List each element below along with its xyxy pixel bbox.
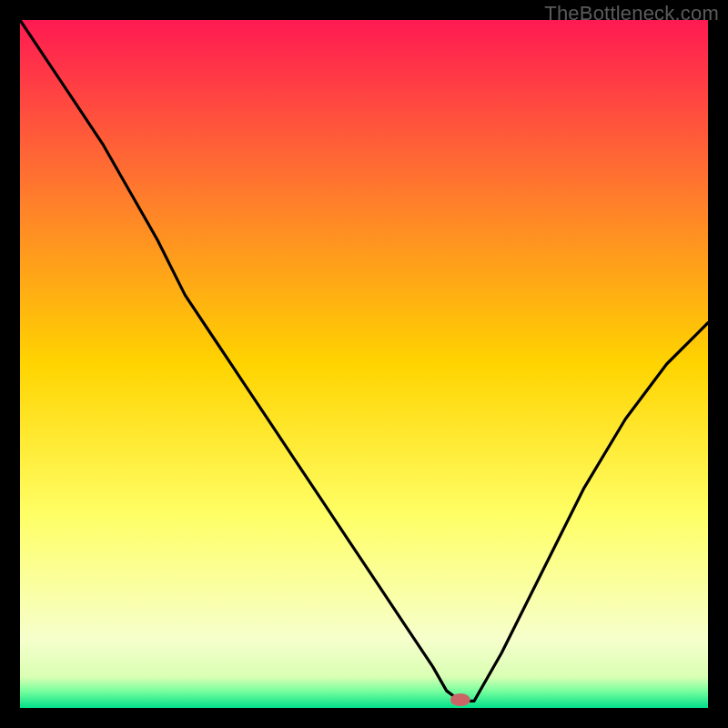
chart-background xyxy=(20,20,708,708)
chart-container: TheBottleneck.com xyxy=(0,0,728,728)
marker-dot xyxy=(450,693,470,706)
plot-area xyxy=(20,20,708,708)
watermark-text: TheBottleneck.com xyxy=(544,2,719,25)
chart-svg xyxy=(20,20,708,708)
